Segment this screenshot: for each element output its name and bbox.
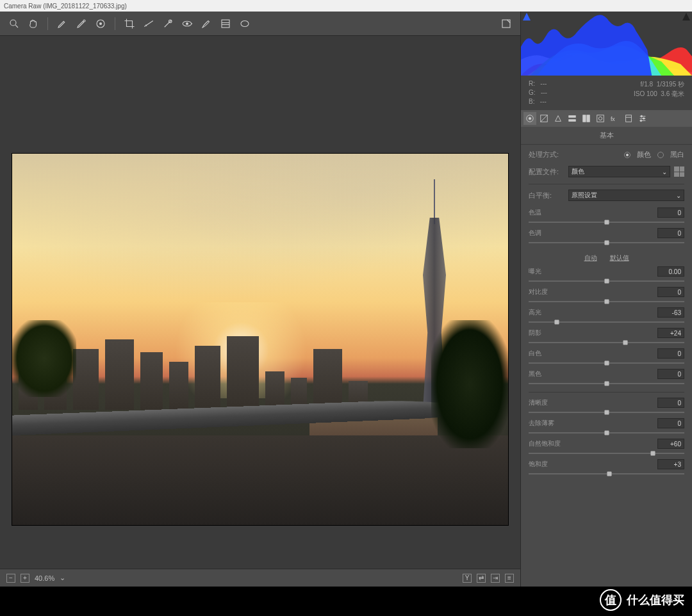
slider-highlights-value[interactable]: -63 bbox=[657, 307, 684, 318]
svg-rect-23 bbox=[597, 115, 604, 122]
wb-row: 白平衡: 原照设置⌄ bbox=[529, 190, 684, 201]
slider-saturation-track[interactable] bbox=[529, 471, 684, 477]
slider-vibrance-value[interactable]: +60 bbox=[657, 439, 684, 449]
slider-whites-value[interactable]: 0 bbox=[657, 348, 684, 359]
slider-clarity-value[interactable]: 0 bbox=[657, 398, 684, 408]
slider-tint: 色调 0 bbox=[529, 228, 684, 246]
svg-point-33 bbox=[640, 120, 642, 122]
svg-point-0 bbox=[10, 20, 16, 26]
hand-tool-icon[interactable] bbox=[26, 16, 41, 31]
slider-tint-value[interactable]: 0 bbox=[657, 228, 684, 238]
auto-link[interactable]: 自动 bbox=[584, 254, 597, 263]
spot-removal-icon[interactable] bbox=[160, 16, 176, 31]
highlight-clip-icon[interactable] bbox=[682, 13, 691, 20]
tab-basic-icon[interactable] bbox=[523, 112, 536, 125]
tab-split-icon[interactable] bbox=[580, 112, 593, 125]
slider-highlights-label: 高光 bbox=[529, 308, 541, 317]
svg-point-14 bbox=[241, 20, 249, 26]
slider-blacks-value[interactable]: 0 bbox=[657, 369, 684, 379]
target-adjust-icon[interactable] bbox=[93, 16, 108, 31]
tab-presets-icon[interactable] bbox=[636, 112, 649, 125]
slider-saturation-value[interactable]: +3 bbox=[657, 459, 684, 469]
slider-blacks-track[interactable] bbox=[529, 380, 684, 387]
watermark: 值 什么值得买 bbox=[600, 589, 684, 611]
chevron-down-icon: ⌄ bbox=[676, 192, 681, 199]
slider-dehaze-label: 去除薄雾 bbox=[529, 419, 554, 428]
slider-shadows: 阴影 +24 bbox=[529, 328, 684, 346]
metadata-readout: R: --- G: --- B: --- f/1.8 1/3195 秒 ISO … bbox=[521, 76, 692, 110]
slider-temp-track[interactable] bbox=[529, 219, 684, 225]
tab-hsl-icon[interactable] bbox=[566, 112, 579, 125]
slider-clarity-label: 清晰度 bbox=[529, 398, 548, 407]
straighten-tool-icon[interactable] bbox=[141, 16, 156, 31]
zoom-out-button[interactable]: − bbox=[6, 574, 15, 583]
tab-curve-icon[interactable] bbox=[538, 112, 550, 125]
treatment-bw-radio[interactable] bbox=[657, 152, 664, 158]
status-bar: − + 40.6% ⌄ Y ⇄ ⇥ ≡ bbox=[0, 569, 520, 587]
slider-exposure-label: 曝光 bbox=[529, 267, 541, 276]
slider-saturation: 饱和度 +3 bbox=[529, 459, 684, 477]
zoom-dropdown-icon[interactable]: ⌄ bbox=[60, 574, 65, 582]
slider-clarity-track[interactable] bbox=[529, 409, 684, 416]
swap-button[interactable]: ⇄ bbox=[477, 574, 486, 583]
tab-lens-icon[interactable] bbox=[594, 112, 607, 125]
slider-dehaze-track[interactable] bbox=[529, 430, 684, 436]
tab-calibration-icon[interactable] bbox=[622, 112, 635, 125]
grad-filter-icon[interactable] bbox=[218, 16, 233, 31]
profile-select[interactable]: 颜色⌄ bbox=[568, 166, 670, 177]
copy-button[interactable]: ⇥ bbox=[491, 574, 500, 583]
color-sampler-icon[interactable] bbox=[74, 16, 89, 31]
shadow-clip-icon[interactable] bbox=[522, 13, 531, 20]
radial-filter-icon[interactable] bbox=[237, 16, 252, 31]
tab-fx-icon[interactable]: fx bbox=[608, 112, 621, 125]
histogram[interactable] bbox=[521, 12, 692, 76]
wb-select[interactable]: 原照设置⌄ bbox=[568, 190, 684, 201]
slider-contrast-track[interactable] bbox=[529, 298, 684, 305]
preferences-icon[interactable] bbox=[498, 16, 514, 31]
slider-highlights-track[interactable] bbox=[529, 319, 684, 325]
slider-temp-value[interactable]: 0 bbox=[657, 207, 684, 218]
watermark-badge: 值 bbox=[600, 589, 622, 611]
slider-dehaze: 去除薄雾 0 bbox=[529, 418, 684, 436]
treatment-color-radio[interactable] bbox=[624, 152, 630, 158]
slider-blacks-label: 黑色 bbox=[529, 369, 541, 378]
slider-shadows-track[interactable] bbox=[529, 339, 684, 346]
profile-browser-icon[interactable] bbox=[674, 166, 684, 177]
slider-vibrance-label: 自然饱和度 bbox=[529, 439, 561, 448]
svg-point-32 bbox=[643, 118, 645, 120]
auto-default-row: 自动 默认值 bbox=[529, 248, 684, 266]
photo-preview bbox=[12, 153, 509, 526]
slider-tint-track[interactable] bbox=[529, 239, 684, 246]
svg-rect-19 bbox=[569, 116, 576, 118]
treatment-bw-label: 黑白 bbox=[670, 150, 684, 159]
brush-tool-icon[interactable] bbox=[199, 16, 214, 31]
crop-tool-icon[interactable] bbox=[122, 16, 137, 31]
slider-exposure-track[interactable] bbox=[529, 278, 684, 284]
svg-rect-21 bbox=[583, 115, 586, 122]
slider-dehaze-value[interactable]: 0 bbox=[657, 418, 684, 428]
compare-y-button[interactable]: Y bbox=[463, 574, 472, 583]
svg-point-31 bbox=[641, 115, 643, 117]
settings-button[interactable]: ≡ bbox=[505, 574, 514, 583]
default-link[interactable]: 默认值 bbox=[610, 254, 629, 263]
zoom-in-button[interactable]: + bbox=[21, 574, 29, 583]
bottom-bar bbox=[0, 587, 692, 616]
slider-temp: 色温 0 bbox=[529, 207, 684, 225]
svg-point-4 bbox=[100, 22, 102, 24]
slider-vibrance-track[interactable] bbox=[529, 450, 684, 457]
slider-whites-track[interactable] bbox=[529, 360, 684, 366]
tab-detail-icon[interactable] bbox=[552, 112, 564, 125]
redeye-tool-icon[interactable] bbox=[179, 16, 195, 31]
zoom-tool-icon[interactable] bbox=[6, 16, 22, 31]
slider-shadows-value[interactable]: +24 bbox=[657, 328, 684, 338]
slider-exposure-value[interactable]: 0.00 bbox=[657, 266, 684, 277]
slider-whites-label: 白色 bbox=[529, 349, 541, 358]
slider-vibrance: 自然饱和度 +60 bbox=[529, 439, 684, 457]
wb-picker-icon[interactable] bbox=[54, 16, 70, 31]
svg-line-5 bbox=[144, 20, 153, 26]
slider-contrast: 对比度 0 bbox=[529, 287, 684, 305]
svg-text:fx: fx bbox=[611, 116, 615, 122]
slider-contrast-value[interactable]: 0 bbox=[657, 287, 684, 297]
svg-rect-26 bbox=[626, 115, 632, 122]
preview-canvas[interactable] bbox=[0, 36, 520, 569]
